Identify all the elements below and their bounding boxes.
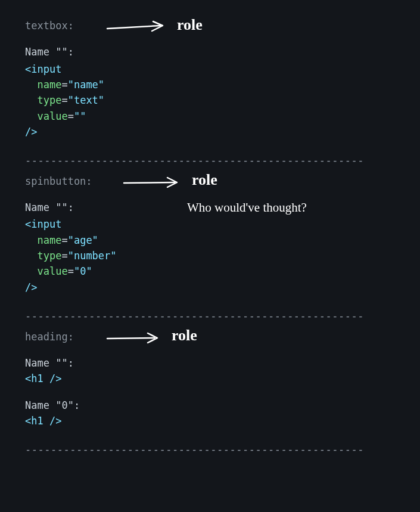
code-line: <h1 /> xyxy=(25,415,61,427)
attr-name: name xyxy=(37,234,61,246)
attr-value: "age" xyxy=(68,234,98,246)
divider: ----------------------------------------… xyxy=(25,308,395,324)
section-textbox: textbox: role Name "": <input name="name… xyxy=(25,18,395,139)
code-line: <h1 /> xyxy=(25,373,61,384)
attr-value: "text" xyxy=(68,94,104,106)
name-label: Name "": xyxy=(25,355,395,371)
tag-open: <input xyxy=(25,63,61,75)
attr-value: "0" xyxy=(74,265,92,277)
code-block: <input name="name" type="text" value="" … xyxy=(25,61,395,140)
annotation-role: role xyxy=(172,324,197,347)
annotation-comment: Who would've thought? xyxy=(187,198,307,218)
tag-open: <input xyxy=(25,218,61,230)
attr-value: "number" xyxy=(68,250,117,262)
attr-value: "name" xyxy=(68,79,104,91)
role-label: textbox: xyxy=(25,18,395,33)
attr-name: name xyxy=(37,79,61,91)
attr-name: value xyxy=(37,265,67,277)
attr-name: type xyxy=(37,94,61,106)
arrow-icon xyxy=(105,20,171,35)
attr-name: type xyxy=(37,250,61,262)
annotation-role: role xyxy=(177,13,203,37)
tag-close: /> xyxy=(25,126,37,138)
name-label: Name "0": xyxy=(25,398,395,413)
role-label: heading: xyxy=(25,329,395,345)
attr-name: value xyxy=(37,110,67,122)
section-spinbutton: spinbutton: role Who would've thought? N… xyxy=(25,173,395,295)
divider: ----------------------------------------… xyxy=(25,153,395,168)
divider: ----------------------------------------… xyxy=(25,442,395,457)
attr-value: "" xyxy=(74,110,86,122)
section-heading: heading: role Name "": <h1 /> Name "0": … xyxy=(25,329,395,429)
arrow-icon xyxy=(122,176,185,190)
tag-close: /> xyxy=(25,281,37,293)
name-label: Name "": xyxy=(25,44,395,60)
code-block: <input name="age" type="number" value="0… xyxy=(25,216,395,295)
arrow-icon xyxy=(105,331,165,346)
annotation-role: role xyxy=(192,168,217,192)
